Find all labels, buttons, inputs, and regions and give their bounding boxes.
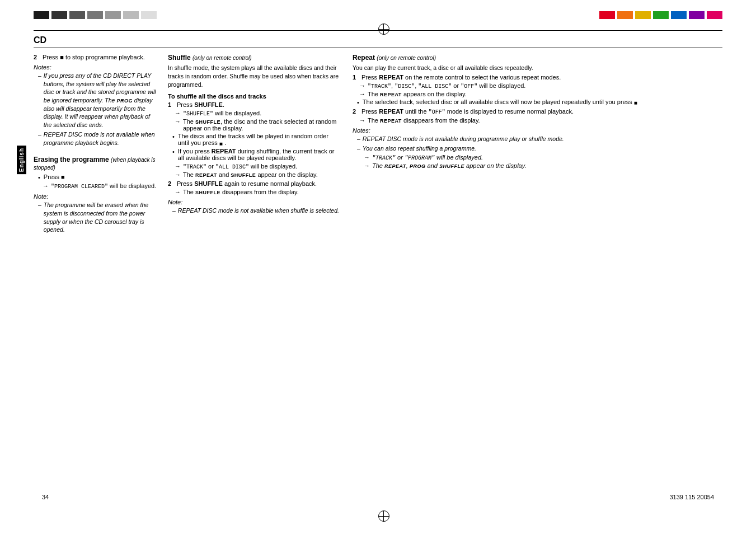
- repeat-title: Repeat (only on remote control): [353, 54, 722, 62]
- page-number: 34: [42, 494, 49, 500]
- shuffle-arrow2: → The shuffle, the disc and the track se…: [168, 118, 341, 132]
- product-number: 3139 115 20054: [669, 494, 714, 500]
- repeat-notes-heading: Notes:: [353, 127, 722, 134]
- shuffle-step2: 2 Press SHUFFLE again to resume normal p…: [168, 180, 341, 187]
- repeat-note-arrow1: → "TRACK" or "PROGRAM" will be displayed…: [353, 154, 722, 161]
- shuffle-bullet2: • If you press REPEAT during shuffling, …: [168, 148, 341, 161]
- step2-text: Press ■ to stop programme playback.: [43, 54, 145, 60]
- repeat-step1: 1 Press REPEAT on the remote control to …: [353, 74, 722, 81]
- repeat-note-arrow2: → The repeat, prog and shuffle appear on…: [353, 162, 722, 169]
- shuffle-intro: In shuffle mode, the system plays all th…: [168, 64, 341, 90]
- note-2: – REPEAT DISC mode is not available when…: [34, 130, 157, 147]
- shuffle-arrow4: → The repeat and shuffle appear on the d…: [168, 171, 341, 178]
- erasing-section: Erasing the programme (when playback is …: [34, 156, 157, 234]
- repeat-arrow2: → The repeat appears on the display.: [353, 91, 722, 97]
- repeat-arrow1: → "TRACK", "DISC", "ALL DISC" or "OFF" w…: [353, 82, 722, 90]
- color-block-r3: [635, 11, 651, 19]
- shuffle-arrow1: → "SHUFFLE" will be displayed.: [168, 110, 341, 117]
- notes-heading: Notes:: [34, 64, 157, 71]
- stop-action: to stop programme playback.: [65, 54, 145, 60]
- color-block-r7: [707, 11, 722, 19]
- erasing-note-heading: Note:: [34, 193, 157, 200]
- color-block-1: [34, 11, 49, 19]
- color-block-4: [87, 11, 103, 19]
- color-block-7: [141, 11, 157, 19]
- color-block-6: [123, 11, 139, 19]
- shuffle-subsection: To shuffle all the discs and tracks: [168, 93, 341, 100]
- color-block-r2: [617, 11, 633, 19]
- note-1: – If you press any of the CD DIRECT PLAY…: [34, 72, 157, 129]
- erasing-stop-sym: ■: [61, 174, 65, 180]
- shuffle-step1: 1 Press SHUFFLE.: [168, 101, 341, 108]
- repeat-column: Repeat (only on remote control) You can …: [353, 54, 722, 235]
- shuffle-subtitle: (only on remote control): [192, 55, 252, 61]
- step2-stop: 2 Press ■ to stop programme playback.: [34, 54, 157, 60]
- erasing-arrow: → "PROGRAM CLEARED" will be displayed.: [34, 182, 157, 190]
- color-block-r4: [653, 11, 669, 19]
- erasing-press: Press: [44, 174, 59, 180]
- color-block-2: [51, 11, 67, 19]
- color-block-r6: [689, 11, 705, 19]
- color-block-r5: [671, 11, 687, 19]
- shuffle-bullet1: • The discs and the tracks will be playe…: [168, 133, 341, 147]
- color-block-3: [69, 11, 85, 19]
- repeat-intro: You can play the current track, a disc o…: [353, 64, 722, 72]
- left-column: 2 Press ■ to stop programme playback. No…: [34, 54, 157, 235]
- cd-heading: CD: [34, 35, 722, 48]
- shuffle-note: – REPEAT DISC mode is not available when…: [168, 207, 341, 215]
- shuffle-title: Shuffle (only on remote control): [168, 54, 341, 62]
- press-label: Press: [43, 54, 58, 60]
- erasing-note: – The programme will be erased when the …: [34, 201, 157, 234]
- shuffle-note-heading: Note:: [168, 199, 341, 205]
- language-tab: English: [17, 146, 26, 174]
- stop-symbol: ■: [60, 54, 65, 60]
- erasing-title: Erasing the programme (when playback is …: [34, 156, 157, 171]
- color-block-r1: [599, 11, 615, 19]
- repeat-note-1: – REPEAT DISC mode is not available duri…: [353, 135, 722, 143]
- erasing-bullet: • Press ■: [34, 174, 157, 181]
- shuffle-step2-arrow: → The shuffle disappears from the displa…: [168, 189, 341, 195]
- repeat-subtitle: (only on remote control): [377, 55, 436, 61]
- repeat-note-2: – You can also repeat shuffling a progra…: [353, 144, 722, 153]
- repeat-step2: 2 Press REPEAT until the "OFF" mode is d…: [353, 108, 722, 115]
- repeat-bullet1: • The selected track, selected disc or a…: [353, 99, 722, 106]
- shuffle-arrow3: → "TRACK" or "ALL DISC" will be displaye…: [168, 163, 341, 170]
- repeat-step2-arrow: → The repeat disappears from the display…: [353, 117, 722, 124]
- color-block-5: [105, 11, 121, 19]
- shuffle-column: Shuffle (only on remote control) In shuf…: [168, 54, 341, 235]
- step2-num: 2: [34, 54, 40, 60]
